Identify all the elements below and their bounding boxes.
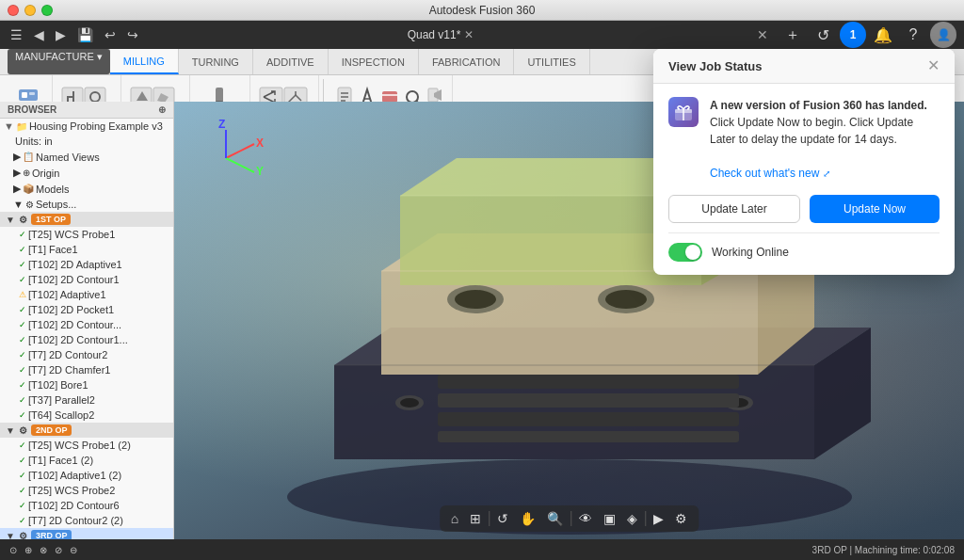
popup-title: View Job Status bbox=[668, 59, 762, 73]
undo-button[interactable]: ↩ bbox=[102, 24, 119, 45]
sidebar-scallop2[interactable]: ✓ [T64] Scallop2 bbox=[0, 408, 173, 423]
app-name[interactable]: Quad v11* bbox=[408, 28, 461, 41]
sidebar-expand-icon[interactable]: ⊕ bbox=[158, 104, 166, 115]
sidebar-contour2[interactable]: ✓ [T7] 2D Contour2 bbox=[0, 347, 173, 362]
app-close[interactable]: ✕ bbox=[464, 28, 474, 41]
add-icon[interactable]: ＋ bbox=[779, 22, 806, 48]
sidebar-scroll[interactable]: ▼ 📁 Housing Probing Example v3 Units: in… bbox=[0, 119, 173, 539]
tab-utilities[interactable]: UTILITIES bbox=[514, 49, 589, 74]
sidebar-contour2-2[interactable]: ✓ [T7] 2D Contour2 (2) bbox=[0, 513, 173, 528]
sidebar-contour1[interactable]: ✓ [T102] 2D Contour1 bbox=[0, 272, 173, 287]
svg-marker-25 bbox=[381, 271, 758, 375]
sidebar-adaptive1-b[interactable]: ⚠ [T102] Adaptive1 bbox=[0, 287, 173, 302]
sidebar-parallel2[interactable]: ✓ [T37] Parallel2 bbox=[0, 392, 173, 408]
vp-home-icon[interactable]: ⌂ bbox=[447, 509, 462, 528]
popup-update-text: A new version of Fusion 360 has landed. … bbox=[710, 97, 940, 182]
sidebar-section-1st-op[interactable]: ▼ ⚙ 1ST OP bbox=[0, 212, 173, 227]
sidebar: BROWSER ⊕ ▼ 📁 Housing Probing Example v3… bbox=[0, 102, 174, 539]
popup-update-row: A new version of Fusion 360 has landed. … bbox=[668, 97, 940, 182]
minimize-button[interactable] bbox=[24, 5, 36, 16]
sidebar-wcs-probe1[interactable]: ✓ [T25] WCS Probe1 bbox=[0, 227, 173, 242]
close-panel-icon[interactable]: ✕ bbox=[749, 22, 776, 48]
sidebar-origin[interactable]: ▶ ⊕ Origin bbox=[0, 165, 173, 181]
popup-actions: Update Later Update Now bbox=[668, 195, 940, 223]
svg-text:Z: Z bbox=[218, 118, 225, 131]
vp-sim-icon[interactable]: ▶ bbox=[650, 509, 667, 528]
tab-turning[interactable]: TURNING bbox=[179, 49, 253, 74]
tab-fabrication[interactable]: FABRICATION bbox=[419, 49, 515, 74]
back-button[interactable]: ◀ bbox=[31, 24, 47, 45]
sidebar-header: BROWSER ⊕ bbox=[0, 102, 173, 119]
maximize-button[interactable] bbox=[41, 5, 53, 16]
update-popup: View Job Status ✕ A new version of Fusio… bbox=[653, 49, 955, 275]
sidebar-chamfer1[interactable]: ✓ [T7] 2D Chamfer1 bbox=[0, 362, 173, 377]
popup-online-row: Working Online bbox=[668, 243, 940, 262]
sidebar-face1[interactable]: ✓ [T1] Face1 bbox=[0, 242, 173, 257]
forward-button[interactable]: ▶ bbox=[53, 24, 69, 45]
sidebar-contour1b[interactable]: ✓ [T102] 2D Contour1... bbox=[0, 332, 173, 347]
tab-inspection[interactable]: INSPECTION bbox=[329, 49, 419, 74]
sidebar-face1-2[interactable]: ✓ [T1] Face1 (2) bbox=[0, 453, 173, 468]
svg-rect-8 bbox=[216, 88, 223, 103]
toolbar-icon-left[interactable]: ☰ bbox=[8, 24, 25, 45]
user-avatar[interactable]: 👤 bbox=[930, 22, 956, 48]
vp-display-icon[interactable]: ▣ bbox=[600, 509, 619, 528]
tab-milling[interactable]: MILLING bbox=[110, 49, 179, 74]
sidebar-pocket1[interactable]: ✓ [T102] 2D Pocket1 bbox=[0, 302, 173, 317]
update-later-button[interactable]: Update Later bbox=[668, 195, 800, 223]
section-badge-2nd: 2ND OP bbox=[31, 424, 72, 436]
window-controls[interactable] bbox=[8, 5, 53, 16]
sidebar-wcs-probe2[interactable]: ✓ [T25] WCS Probe2 bbox=[0, 483, 173, 498]
vp-pan-icon[interactable]: ✋ bbox=[516, 509, 539, 528]
svg-point-36 bbox=[400, 398, 419, 408]
vp-render-icon[interactable]: ◈ bbox=[623, 509, 641, 528]
vp-fit-icon[interactable]: ⊞ bbox=[466, 509, 485, 528]
popup-body: A new version of Fusion 360 has landed. … bbox=[653, 84, 955, 275]
sidebar-contour6[interactable]: ✓ [T102] 2D Contour6 bbox=[0, 498, 173, 513]
sidebar-setups[interactable]: ▼ ⚙ Setups... bbox=[0, 197, 173, 212]
popup-divider bbox=[668, 232, 940, 233]
sidebar-models[interactable]: ▶ 📦 Models bbox=[0, 181, 173, 197]
bell-icon[interactable]: 🔔 bbox=[870, 22, 896, 48]
redo-button[interactable]: ↪ bbox=[124, 24, 141, 45]
manufacture-dropdown[interactable]: MANUFACTURE ▾ bbox=[8, 49, 110, 74]
sidebar-adaptive1[interactable]: ✓ [T102] 2D Adaptive1 bbox=[0, 257, 173, 272]
status-icon-5[interactable]: ⊖ bbox=[70, 545, 77, 555]
vp-view-icon[interactable]: 👁 bbox=[575, 509, 596, 528]
sidebar-contour-l1[interactable]: ✓ [T102] 2D Contour... bbox=[0, 317, 173, 332]
popup-whats-new-link[interactable]: Check out what's new ⤢ bbox=[710, 165, 830, 182]
svg-rect-2 bbox=[29, 92, 35, 95]
status-icon-4[interactable]: ⊘ bbox=[55, 545, 62, 555]
vp-orbit-icon[interactable]: ↺ bbox=[493, 509, 512, 528]
close-button[interactable] bbox=[8, 5, 19, 16]
status-icon-2[interactable]: ⊕ bbox=[24, 545, 32, 555]
svg-text:Y: Y bbox=[256, 165, 264, 178]
popup-close-button[interactable]: ✕ bbox=[927, 58, 940, 73]
sidebar-adaptive1-2[interactable]: ✓ [T102] Adaptive1 (2) bbox=[0, 468, 173, 483]
viewport-toolbar-bottom: ⌂ ⊞ ↺ ✋ 🔍 👁 ▣ ◈ ▶ ⚙ bbox=[440, 505, 699, 532]
online-toggle[interactable] bbox=[668, 243, 702, 262]
status-icon-3[interactable]: ⊗ bbox=[40, 545, 47, 555]
status-icon-1[interactable]: ⊙ bbox=[9, 545, 17, 555]
sidebar-wcs-probe1-2[interactable]: ✓ [T25] WCS Probe1 (2) bbox=[0, 438, 173, 453]
sync-icon[interactable]: ↺ bbox=[810, 22, 836, 48]
notification-count[interactable]: 1 bbox=[840, 22, 866, 48]
title-bar: Autodesk Fusion 360 bbox=[0, 0, 964, 21]
save-button[interactable]: 💾 bbox=[74, 24, 96, 45]
folder-icon: 📁 bbox=[16, 121, 27, 132]
sidebar-bore1[interactable]: ✓ [T102] Bore1 bbox=[0, 377, 173, 392]
section-badge-1st: 1ST OP bbox=[31, 214, 71, 225]
sidebar-section-2nd-op[interactable]: ▼ ⚙ 2ND OP bbox=[0, 423, 173, 438]
svg-text:X: X bbox=[256, 136, 264, 150]
sidebar-project[interactable]: ▼ 📁 Housing Probing Example v3 bbox=[0, 119, 173, 134]
app-toolbar-row: ☰ ◀ ▶ 💾 ↩ ↪ Quad v11* ✕ ✕ ＋ ↺ 1 🔔 ? 👤 bbox=[0, 21, 964, 49]
sidebar-section-3rd-op[interactable]: ▼ ⚙ 3RD OP bbox=[0, 528, 173, 539]
help-icon[interactable]: ? bbox=[900, 22, 926, 48]
tab-additive[interactable]: ADDITIVE bbox=[253, 49, 329, 74]
vp-zoom-icon[interactable]: 🔍 bbox=[543, 509, 567, 528]
vp-settings-icon[interactable]: ⚙ bbox=[671, 509, 691, 528]
update-now-button[interactable]: Update Now bbox=[810, 195, 940, 223]
sidebar-named-views[interactable]: ▶ 📋 Named Views bbox=[0, 149, 173, 165]
svg-line-46 bbox=[226, 144, 254, 158]
external-link-icon: ⤢ bbox=[823, 167, 830, 181]
